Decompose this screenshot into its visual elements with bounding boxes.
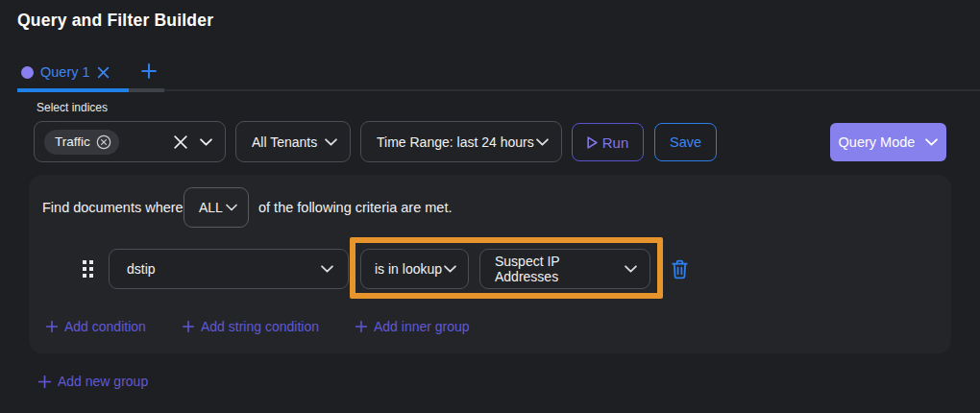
save-label: Save [670, 134, 701, 150]
chevron-down-icon [536, 138, 549, 146]
page-title: Query and Filter Builder [17, 11, 213, 31]
active-tab-underline [17, 88, 129, 92]
tab-query-1[interactable]: Query 1 [17, 58, 113, 86]
add-string-condition-label: Add string condition [201, 319, 319, 334]
run-label: Run [602, 134, 629, 151]
chevron-down-icon [625, 265, 637, 273]
indices-chip-traffic[interactable]: Traffic [44, 130, 119, 155]
tenant-selector-value: All Tenants [252, 134, 317, 150]
chip-label: Traffic [55, 134, 90, 149]
tenant-selector[interactable]: All Tenants [235, 121, 351, 162]
plus-icon [38, 376, 51, 388]
add-inner-group-label: Add inner group [374, 319, 470, 334]
match-operator-value: ALL [199, 200, 223, 215]
tab-label: Query 1 [40, 64, 90, 80]
save-button[interactable]: Save [654, 123, 717, 161]
plus-icon [141, 63, 157, 79]
indices-combobox[interactable]: Traffic [34, 121, 226, 162]
add-condition-button[interactable]: Add condition [46, 319, 146, 334]
drag-handle-icon[interactable] [83, 260, 93, 278]
query-mode-button[interactable]: Query Mode [830, 123, 946, 161]
add-string-condition-button[interactable]: Add string condition [183, 319, 319, 334]
criteria-tail-text: of the following criteria are met. [258, 200, 452, 215]
delete-condition-button[interactable] [671, 259, 689, 279]
condition-operator-dropdown[interactable]: is in lookup [360, 249, 469, 289]
plus-icon [355, 321, 367, 332]
time-range-value: Time Range: last 24 hours [377, 134, 534, 150]
condition-value-dropdown[interactable]: Suspect IP Addresses [479, 249, 650, 289]
chevron-down-icon [325, 138, 337, 146]
play-icon [587, 136, 598, 149]
add-new-group-button[interactable]: Add new group [38, 374, 148, 389]
chevron-down-icon [226, 204, 237, 211]
tab-status-dot [21, 66, 34, 79]
chip-remove-icon[interactable] [96, 134, 111, 150]
select-indices-label: Select indices [37, 101, 108, 114]
match-operator-dropdown[interactable]: ALL [184, 187, 249, 228]
tab-close-icon[interactable] [97, 66, 110, 79]
plus-icon [183, 321, 194, 332]
add-condition-label: Add condition [64, 319, 146, 334]
criteria-lead-text: Find documents where [42, 200, 184, 215]
run-button[interactable]: Run [572, 123, 644, 161]
chevron-down-icon [444, 265, 456, 273]
time-range-selector[interactable]: Time Range: last 24 hours [360, 121, 562, 162]
add-new-group-label: Add new group [58, 374, 148, 389]
add-tab-button[interactable] [133, 56, 165, 86]
trash-icon [671, 259, 689, 279]
chevron-down-icon [925, 138, 938, 146]
add-inner-group-button[interactable]: Add inner group [355, 319, 470, 334]
query-mode-label: Query Mode [839, 134, 916, 150]
chevron-down-icon [321, 265, 333, 273]
chevron-down-icon[interactable] [200, 138, 212, 146]
condition-field-value: dstip [127, 261, 156, 277]
plus-icon [46, 321, 58, 332]
add-tab-underline [129, 88, 164, 92]
condition-value: Suspect IP Addresses [495, 254, 625, 284]
condition-operator-value: is in lookup [375, 261, 442, 277]
condition-field-dropdown[interactable]: dstip [109, 249, 349, 289]
clear-icon[interactable] [174, 135, 187, 149]
